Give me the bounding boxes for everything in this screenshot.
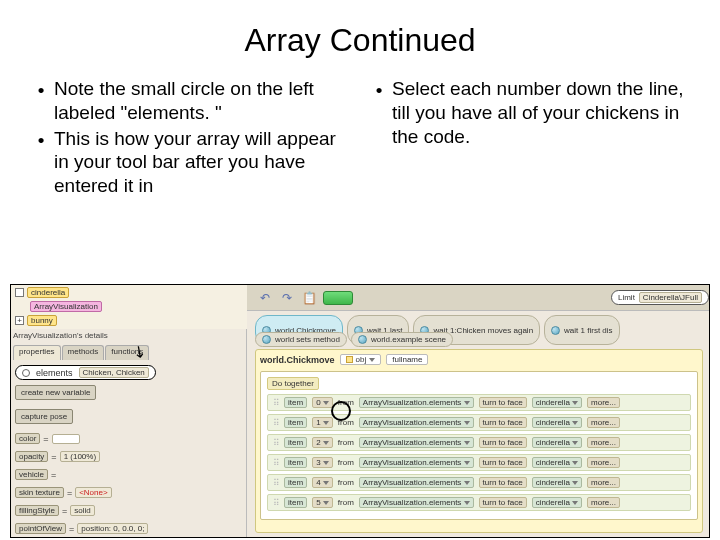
statement-row[interactable]: ⠿item2 fromArrayVisualization.elements t… (267, 434, 691, 451)
drag-handle-icon[interactable]: ⠿ (273, 478, 279, 488)
array-ref[interactable]: ArrayVisualization.elements (359, 497, 474, 508)
clipboard-icon[interactable]: 📋 (301, 290, 317, 306)
redo-icon[interactable]: ↷ (279, 290, 295, 306)
right-column: • Select each number down the line, till… (366, 77, 692, 200)
prop-value-swatch[interactable] (52, 434, 80, 444)
tab-methods[interactable]: methods (62, 345, 105, 360)
bullet-text: Select each number down the line, till y… (392, 77, 692, 148)
target-obj[interactable]: cinderella (532, 417, 582, 428)
statement-row[interactable]: ⠿item3 fromArrayVisualization.elements t… (267, 454, 691, 471)
statement-row[interactable]: ⠿item1 fromArrayVisualization.elements t… (267, 414, 691, 431)
circle-annotation-icon (331, 401, 351, 421)
target-obj[interactable]: cinderella (532, 457, 582, 468)
circle-icon (22, 369, 30, 377)
elements-label: elements (36, 368, 73, 378)
equals: = (51, 470, 56, 480)
elements-property-row[interactable]: elements Chicken, Chicken (15, 365, 156, 380)
expand-icon[interactable]: + (15, 316, 24, 325)
embedded-screenshot: cinderella ArrayVisualization + bunny Ar… (10, 284, 710, 538)
tab-properties[interactable]: properties (13, 345, 61, 360)
action-label: turn to face (479, 477, 527, 488)
prop-value[interactable]: 1 (100%) (60, 451, 100, 462)
array-ref[interactable]: ArrayVisualization.elements (359, 437, 474, 448)
item-keyword: item (284, 437, 307, 448)
target-obj[interactable]: cinderella (532, 437, 582, 448)
do-together-block[interactable]: Do together ⠿item0 fromArrayVisualizatio… (260, 371, 698, 520)
prop-value[interactable]: solid (70, 505, 94, 516)
more-dropdown[interactable]: more... (587, 477, 620, 488)
method-tab-label: world sets method (275, 335, 340, 344)
drag-handle-icon[interactable]: ⠿ (273, 418, 279, 428)
drag-handle-icon[interactable]: ⠿ (273, 398, 279, 408)
prop-name: color (15, 433, 40, 444)
prop-row[interactable]: pointOfView= position: 0, 0.0, 0; (15, 523, 230, 534)
prop-value[interactable]: position: 0, 0.0, 0; (77, 523, 148, 534)
bullet-item: • Select each number down the line, till… (366, 77, 692, 148)
elements-value[interactable]: Chicken, Chicken (79, 367, 149, 378)
capture-pose-button[interactable]: capture pose (15, 409, 73, 424)
prop-value[interactable]: <None> (75, 487, 111, 498)
details-title: ArrayVisualization's details (13, 331, 108, 340)
array-ref[interactable]: ArrayVisualization.elements (359, 397, 474, 408)
target-obj[interactable]: cinderella (532, 397, 582, 408)
bullet-dot: • (366, 77, 392, 148)
more-dropdown[interactable]: more... (587, 497, 620, 508)
method-name: world.Chickmove (260, 355, 335, 365)
more-dropdown[interactable]: more... (587, 437, 620, 448)
bullet-columns: • Note the small circle on the left labe… (0, 77, 720, 200)
equals: = (62, 506, 67, 516)
chevron-down-icon (369, 358, 375, 362)
undo-icon[interactable]: ↶ (257, 290, 273, 306)
target-obj[interactable]: cinderella (532, 497, 582, 508)
run-button[interactable] (323, 291, 353, 305)
editor-header: world.Chickmove obj fullname (260, 354, 698, 365)
from-keyword: from (338, 478, 354, 487)
create-variable-button[interactable]: create new variable (15, 385, 96, 400)
array-ref[interactable]: ArrayVisualization.elements (359, 417, 474, 428)
item-index[interactable]: 5 (312, 497, 333, 508)
tree-row-selected[interactable]: ArrayVisualization (11, 299, 247, 313)
drag-handle-icon[interactable]: ⠿ (273, 498, 279, 508)
obj-icon (346, 356, 353, 363)
array-ref[interactable]: ArrayVisualization.elements (359, 457, 474, 468)
more-dropdown[interactable]: more... (587, 417, 620, 428)
item-index[interactable]: 3 (312, 457, 333, 468)
tree-item-label: ArrayVisualization (30, 301, 102, 312)
tree-row[interactable]: + bunny (11, 313, 247, 327)
more-dropdown[interactable]: more... (587, 457, 620, 468)
method-tab[interactable]: world sets method (255, 332, 347, 347)
expand-icon[interactable] (15, 288, 24, 297)
statement-row[interactable]: ⠿item4 fromArrayVisualization.elements t… (267, 474, 691, 491)
prop-name: opacity (15, 451, 48, 462)
prop-row[interactable]: color= (15, 433, 230, 444)
param-chip[interactable]: fullname (386, 354, 428, 365)
method-tab[interactable]: world.example scene (351, 332, 453, 347)
prop-row[interactable]: skin texture= <None> (15, 487, 230, 498)
prop-row[interactable]: opacity= 1 (100%) (15, 451, 230, 462)
item-keyword: item (284, 417, 307, 428)
item-index[interactable]: 4 (312, 477, 333, 488)
limit-value: Cinderella\JFull (639, 292, 702, 303)
item-index[interactable]: 1 (312, 417, 333, 428)
limit-capsule[interactable]: Limit Cinderella\JFull (611, 290, 709, 305)
item-index[interactable]: 2 (312, 437, 333, 448)
array-ref[interactable]: ArrayVisualization.elements (359, 477, 474, 488)
more-dropdown[interactable]: more... (587, 397, 620, 408)
param-chip[interactable]: obj (340, 354, 382, 365)
action-label: turn to face (479, 397, 527, 408)
action-label: turn to face (479, 437, 527, 448)
bullet-dot: • (28, 77, 54, 125)
prop-name: fillingStyle (15, 505, 59, 516)
drag-handle-icon[interactable]: ⠿ (273, 438, 279, 448)
item-index[interactable]: 0 (312, 397, 333, 408)
action-label: turn to face (479, 497, 527, 508)
do-together-label: Do together (267, 377, 319, 390)
target-obj[interactable]: cinderella (532, 477, 582, 488)
statement-row[interactable]: ⠿item5 fromArrayVisualization.elements t… (267, 494, 691, 511)
action-label: turn to face (479, 457, 527, 468)
equals: = (67, 488, 72, 498)
prop-row[interactable]: vehicle= (15, 469, 230, 480)
prop-row[interactable]: fillingStyle= solid (15, 505, 230, 516)
drag-handle-icon[interactable]: ⠿ (273, 458, 279, 468)
tree-row[interactable]: cinderella (11, 285, 247, 299)
